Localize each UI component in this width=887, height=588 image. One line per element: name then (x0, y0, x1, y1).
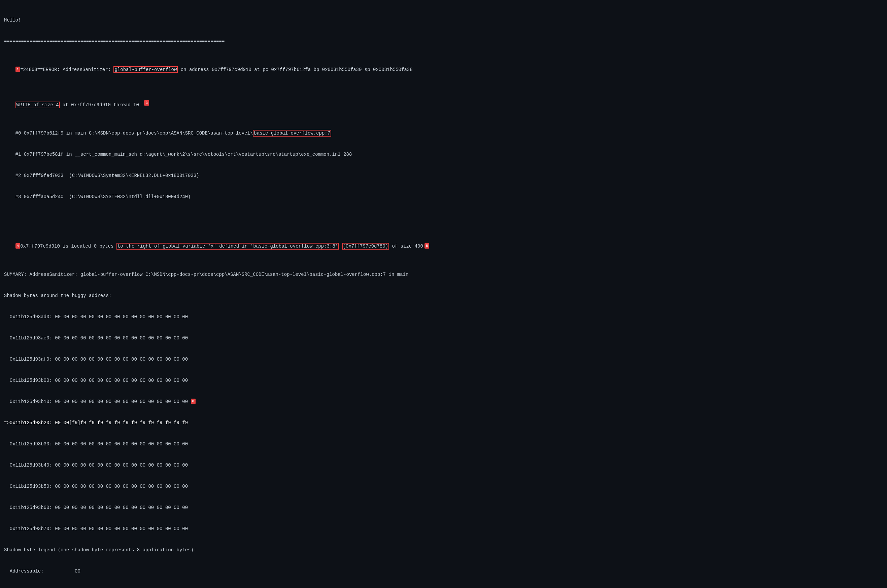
located-line: 40x7ff797c9d910 is located 0 bytes to th… (4, 236, 883, 257)
shadow-row-2: 0x11b125d93ae0: 00 00 00 00 00 00 00 00 … (4, 335, 883, 342)
stack-frame-1: #1 0x7ff797be581f in __scrt_common_main_… (4, 151, 883, 158)
located-prefix: 0x7ff797c9d910 is located 0 bytes (20, 243, 116, 249)
error-suffix: on address 0x7ff797c9d910 at pc 0x7ff797… (178, 67, 412, 72)
badge-6: 6 (191, 399, 196, 404)
shadow-row-4: 0x11b125d93b00: 00 00 00 00 00 00 00 00 … (4, 377, 883, 384)
stack-frame-3: #3 0x7fffa0a5d240 (C:\WINDOWS\SYSTEM32\n… (4, 194, 883, 201)
stack0-highlight: basic-global-overflow.cpp:7 (253, 130, 331, 136)
badge-4: 4 (15, 243, 21, 249)
write-line: WRITE of size 4 at 0x7ff797c9d910 thread… (4, 94, 883, 116)
terminal-output: Hello! =================================… (4, 3, 883, 588)
write-highlight: WRITE of size 4 (15, 102, 60, 108)
legend-header: Shadow byte legend (one shadow byte repr… (4, 547, 883, 554)
stack-frame-2: #2 0x7fff9fed7033 (C:\WINDOWS\System32\K… (4, 172, 883, 179)
located-suffix: of size 400 (389, 243, 423, 249)
hello-line: Hello! (4, 17, 883, 24)
shadow-row-1: 0x11b125d93ad0: 00 00 00 00 00 00 00 00 … (4, 314, 883, 321)
error-type-highlight: global-buffer-overflow (113, 66, 178, 73)
shadow-row-3: 0x11b125d93af0: 00 00 00 00 00 00 00 00 … (4, 356, 883, 363)
located-middle (339, 243, 342, 249)
summary-line: SUMMARY: AddressSanitizer: global-buffer… (4, 271, 883, 278)
shadow-row-9: 0x11b125d93b60: 00 00 00 00 00 00 00 00 … (4, 504, 883, 511)
shadow-row-6: 0x11b125d93b30: 00 00 00 00 00 00 00 00 … (4, 441, 883, 448)
badge-3: 3 (144, 100, 149, 106)
blank-line-1 (4, 214, 883, 222)
shadow-header: Shadow bytes around the buggy address: (4, 292, 883, 299)
write-suffix: at 0x7ff797c9d910 thread T0 (60, 102, 139, 108)
shadow-row-5: 0x11b125d93b10: 00 00 00 00 00 00 00 00 … (4, 398, 883, 405)
shadow-row-8: 0x11b125d93b50: 00 00 00 00 00 00 00 00 … (4, 483, 883, 490)
shadow-arrow-row: =>0x11b125d93b20: 00 00[f9]f9 f9 f9 f9 f… (4, 420, 883, 426)
located-highlight2: (0x7ff797c9d780) (342, 243, 389, 250)
stack-frame-0: #0 0x7ff797b612f9 in main C:\MSDN\cpp-do… (4, 130, 883, 137)
separator-line: ========================================… (4, 38, 883, 45)
addressable-line: Addressable: 00 (4, 568, 883, 575)
error-line: 1=24868==ERROR: AddressSanitizer: global… (4, 59, 883, 80)
shadow-row-7: 0x11b125d93b40: 00 00 00 00 00 00 00 00 … (4, 462, 883, 469)
shadow-row-10: 0x11b125d93b70: 00 00 00 00 00 00 00 00 … (4, 525, 883, 532)
located-highlight1: to the right of global variable 'x' defi… (116, 243, 339, 250)
badge-5: 5 (424, 243, 430, 249)
error-prefix: =24868==ERROR: AddressSanitizer: (20, 67, 113, 72)
badge-1: 1 (15, 67, 21, 72)
